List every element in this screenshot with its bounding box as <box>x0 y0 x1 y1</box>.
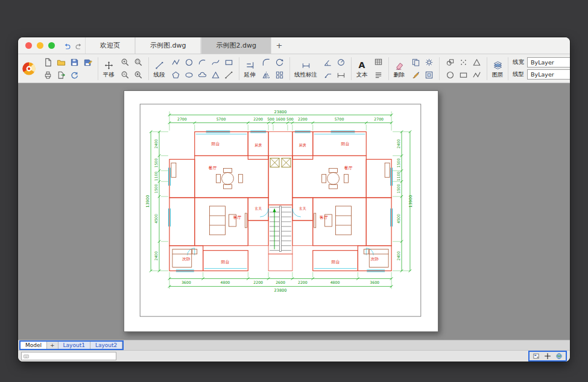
polygon-button[interactable] <box>169 69 182 81</box>
open-file-button[interactable] <box>55 56 67 68</box>
wipeout-button[interactable] <box>470 56 482 68</box>
linetype-select[interactable]: ByLayer <box>527 69 570 80</box>
pan-button[interactable] <box>103 59 115 71</box>
mirror-button[interactable] <box>260 69 272 81</box>
room-label: 次卧 <box>370 257 379 261</box>
command-bar[interactable] <box>21 352 116 360</box>
leader-button[interactable] <box>321 69 334 81</box>
save-as-icon <box>83 58 92 67</box>
line-button[interactable] <box>153 59 165 71</box>
dim-text: 2200 <box>298 117 308 121</box>
dim-text: 1100 <box>154 171 158 181</box>
triangle-button[interactable] <box>209 69 221 81</box>
dim-text: 4800 <box>221 280 230 284</box>
crosshair-button[interactable] <box>544 352 551 360</box>
room-label: 玄关 <box>299 206 306 210</box>
donut-icon <box>446 70 455 80</box>
sync-button[interactable] <box>68 69 80 81</box>
tab-drawing2-label: 示例图2.dwg <box>216 41 256 50</box>
fillet-button[interactable] <box>260 56 272 68</box>
viewport-button[interactable] <box>533 352 540 360</box>
sync-icon <box>70 70 79 80</box>
open-file-icon <box>57 58 66 67</box>
angular-dimension-button[interactable] <box>321 56 334 68</box>
rotate-button[interactable] <box>273 56 285 68</box>
drawing-viewport[interactable]: 23800 2700 5700 2200 500 1600 500 2200 5… <box>18 83 570 340</box>
app-logo-icon <box>22 61 36 76</box>
layer-button[interactable] <box>492 59 504 71</box>
toolbar-separator <box>351 57 352 80</box>
donut-button[interactable] <box>444 69 456 81</box>
construction-line-button[interactable] <box>223 69 235 81</box>
zoom-extents-button[interactable] <box>132 69 144 81</box>
export-button[interactable] <box>55 69 67 81</box>
dim-text: 3600 <box>182 280 191 284</box>
file-toolbar-group <box>42 56 93 81</box>
maximize-window-button[interactable] <box>48 42 55 49</box>
copy-button[interactable] <box>409 56 422 68</box>
leader-icon <box>323 70 332 80</box>
table-button[interactable] <box>372 56 384 68</box>
aligned-dimension-button[interactable] <box>335 69 347 81</box>
dim-text: 2200 <box>298 280 308 284</box>
orbit-button[interactable] <box>555 352 563 360</box>
linear-dimension-button[interactable] <box>300 59 312 71</box>
linewidth-label: 线宽 <box>513 58 524 66</box>
multiline-text-button[interactable] <box>372 69 384 81</box>
explode-button[interactable] <box>423 56 435 68</box>
linetype-value: ByLayer <box>531 71 554 78</box>
tab-layout1[interactable]: Layout1 <box>58 342 90 349</box>
add-layout-button[interactable]: + <box>47 342 58 349</box>
layer-label: 图层 <box>492 71 504 78</box>
new-file-button[interactable] <box>42 56 54 68</box>
zoom-window-button[interactable] <box>132 56 144 68</box>
save-as-button[interactable] <box>81 56 93 68</box>
save-button[interactable] <box>68 56 80 68</box>
ellipse-button[interactable] <box>183 69 195 81</box>
annotation-toolbar-group <box>372 56 384 81</box>
close-window-button[interactable] <box>25 42 32 49</box>
region-button[interactable] <box>444 56 456 68</box>
text-button[interactable]: A <box>356 59 368 71</box>
tab-bar: 欢迎页 示例图.dwg 示例图2.dwg + <box>18 37 570 54</box>
tab-drawing1[interactable]: 示例图.dwg <box>135 37 201 54</box>
command-input[interactable] <box>31 353 114 359</box>
room-label: 厨房 <box>299 143 306 147</box>
room-label: 客厅 <box>320 215 328 220</box>
undo-button[interactable] <box>61 37 73 54</box>
linewidth-select[interactable]: ByLayer <box>527 57 570 67</box>
toolbar-separator <box>289 57 290 80</box>
revision-cloud-button[interactable] <box>196 69 208 81</box>
export-icon <box>57 70 66 80</box>
match-properties-button[interactable] <box>409 69 422 81</box>
insert-block-button[interactable] <box>423 69 435 81</box>
boundary-button[interactable] <box>457 69 469 81</box>
rectangle-button[interactable] <box>223 56 235 68</box>
extend-button[interactable] <box>244 59 256 71</box>
minimize-window-button[interactable] <box>37 42 43 49</box>
print-button[interactable] <box>42 69 54 81</box>
arc-button[interactable] <box>196 56 208 68</box>
polyline-button[interactable] <box>169 56 182 68</box>
radius-dimension-button[interactable] <box>335 56 347 68</box>
delete-button[interactable] <box>393 59 405 71</box>
dim-text: 1500 <box>154 158 158 168</box>
dim-text: 2700 <box>374 117 384 121</box>
spline-button[interactable] <box>209 56 221 68</box>
tab-drawing2[interactable]: 示例图2.dwg <box>201 37 271 54</box>
circle-button[interactable] <box>183 56 195 68</box>
zoom-in-button[interactable] <box>119 56 131 68</box>
zoom-out-button[interactable] <box>119 69 131 81</box>
divide-button[interactable] <box>470 69 482 81</box>
array-button[interactable] <box>273 69 285 81</box>
point-style-button[interactable] <box>457 56 469 68</box>
new-tab-button[interactable]: + <box>271 37 287 54</box>
tab-model[interactable]: Model <box>21 342 47 349</box>
redo-button[interactable] <box>73 37 85 54</box>
linetype-label: 线型 <box>513 70 524 78</box>
tab-layout2[interactable]: Layout2 <box>90 342 122 349</box>
save-icon <box>70 58 79 67</box>
tab-welcome[interactable]: 欢迎页 <box>85 37 135 54</box>
text-label: 文本 <box>356 71 368 78</box>
drawing-paper[interactable]: 23800 2700 5700 2200 500 1600 500 2200 5… <box>124 90 438 332</box>
